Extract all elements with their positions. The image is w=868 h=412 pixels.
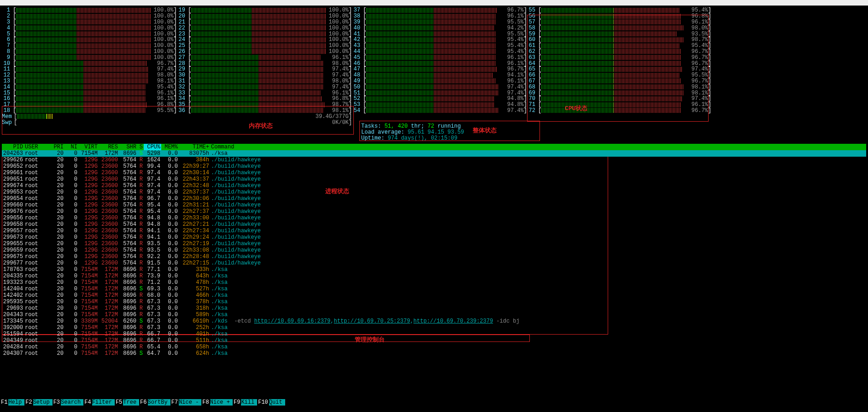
table-row[interactable]: 299654root200129G236005764R96.70.022h30:…	[2, 195, 866, 202]
cpu-meter-45: 45[96.1%]	[352, 54, 527, 60]
table-row[interactable]: 299626root200129G236005764R16240.0384h./…	[2, 157, 866, 163]
table-row[interactable]: 299677root200129G236005764R91.50.022h27:…	[2, 260, 866, 266]
table-row[interactable]: 204263root2007154M172M8696S52980.083075h…	[2, 150, 866, 157]
flabel-setup[interactable]: Setup	[33, 399, 53, 406]
cpu-meter-27: 27[96.1%]	[177, 54, 352, 60]
cpu-meter-30: 30[97.4%]	[177, 72, 352, 78]
cpu-meter-2: 2[100.0%]	[2, 13, 177, 19]
table-row[interactable]: 295935root2007154M172M8696R67.30.0378h./…	[2, 299, 866, 305]
cpu-meter-51: 51[97.4%]	[352, 90, 527, 96]
swap-meter: Swp [ 0K/0K ]	[2, 119, 352, 125]
cpu-meter-66: 66[95.5%]	[527, 72, 711, 78]
table-row[interactable]: 193323root2007154M172M8696R71.20.0478h./…	[2, 279, 866, 286]
table-row[interactable]: 299655root200129G236005764R93.50.022h27:…	[2, 241, 866, 247]
cpu-meter-38: 38[96.1%]	[352, 13, 527, 19]
flabel-nice -[interactable]: Nice -	[179, 399, 201, 406]
cpu-meter-56: 56[96.8%]	[527, 13, 711, 19]
flabel-quit[interactable]: Quit	[269, 399, 285, 406]
terminal[interactable]: 1[100.0%]2[100.0%]3[100.0%]4[100.0%]5[10…	[0, 6, 868, 412]
table-row[interactable]: 299651root200129G236005764R97.40.022h43:…	[2, 176, 866, 182]
cpu-meter-9: 9[100.0%]	[2, 54, 177, 60]
cpu-meter-48: 48[94.1%]	[352, 72, 527, 78]
cpu-meter-14: 14[95.4%]	[2, 84, 177, 90]
cpu-meter-5: 5[100.0%]	[2, 31, 177, 37]
fkey-F10: F10	[257, 399, 269, 406]
table-row[interactable]: 204349root2007154M172M8696R66.70.0511h./…	[2, 337, 866, 344]
flabel-help[interactable]: Help	[8, 399, 24, 406]
flabel-kill[interactable]: Kill	[241, 399, 257, 406]
cpu-meter-17: 17[96.8%]	[2, 102, 177, 108]
cpu-meter-63: 63[96.7%]	[527, 54, 711, 60]
cpu-meter-23: 23[100.0%]	[177, 31, 352, 37]
fkey-F8: F8	[201, 399, 210, 406]
swp-label: Swp	[2, 119, 14, 126]
flabel-filter[interactable]: Filter	[92, 399, 115, 406]
table-row[interactable]: 299673root200129G236005764R94.10.022h29:…	[2, 234, 866, 241]
cpu-meter-46: 46[96.1%]	[352, 60, 527, 66]
table-row[interactable]: 251594root2007154M172M8696R66.70.0401h./…	[2, 331, 866, 337]
flabel-search[interactable]: Search	[61, 399, 83, 406]
table-row[interactable]: 299656root200129G236005764R94.80.022h33:…	[2, 215, 866, 221]
cpu-meter-11: 11[97.4%]	[2, 66, 177, 72]
table-row[interactable]: 299658root200129G236005764R94.80.022h27:…	[2, 221, 866, 228]
table-row[interactable]: 142402root2007154M172M8696R68.00.0466h./…	[2, 292, 866, 299]
table-row[interactable]: 299661root200129G236005764R97.40.022h30:…	[2, 170, 866, 176]
flabel-nice +[interactable]: Nice +	[210, 399, 233, 406]
table-row[interactable]: 392000root2007154M172M8696R67.30.0252h./…	[2, 324, 866, 331]
table-row[interactable]: 204343root2007154M172M8696R67.30.0589h./…	[2, 312, 866, 318]
cpu-meter-44: 44[95.4%]	[352, 49, 527, 55]
cpu-meter-65: 65[97.4%]	[527, 66, 711, 72]
fkey-F3: F3	[53, 399, 61, 406]
table-row[interactable]: 204284root2007154M172M8696R65.40.0658h./…	[2, 344, 866, 350]
cpu-meter-16: 16[96.1%]	[2, 96, 177, 102]
table-row[interactable]: 299676root200129G236005764R95.40.022h27:…	[2, 208, 866, 215]
table-row[interactable]: 299657root200129G236005764R94.10.022h27:…	[2, 228, 866, 234]
cpu-meter-72: 72[96.7%]	[527, 108, 711, 114]
cpu-meter-61: 61[95.4%]	[527, 43, 711, 49]
cpu-meter-47: 47[96.7%]	[352, 66, 527, 72]
cpu-meter-58: 58[98.0%]	[527, 25, 711, 31]
cpu-meter-50: 50[97.4%]	[352, 84, 527, 90]
cpu-meter-1: 1[100.0%]	[2, 7, 177, 13]
cpu-meter-40: 40[94.2%]	[352, 25, 527, 31]
cpu-meter-7: 7[100.0%]	[2, 43, 177, 49]
table-row[interactable]: 178763root2007154M172M8696R77.10.0333h./…	[2, 266, 866, 273]
table-row[interactable]: 173345root2003389M520046260S67.30.06610h…	[2, 318, 866, 324]
table-row[interactable]: 29693root2007154M172M8696R67.30.0318h./k…	[2, 305, 866, 312]
cpu-meter-29: 29[97.4%]	[177, 66, 352, 72]
cpu-meter-42: 42[95.4%]	[352, 37, 527, 43]
cpu-meter-49: 49[96.1%]	[352, 78, 527, 84]
table-row[interactable]: 299660root200129G236005764R95.40.022h31:…	[2, 202, 866, 208]
table-row[interactable]: 299653root200129G236005764R97.40.022h37:…	[2, 189, 866, 195]
cpu-meter-4: 4[100.0%]	[2, 25, 177, 31]
table-row[interactable]: 204335root2007154M172M8696R73.90.0643h./…	[2, 273, 866, 279]
cpu-meter-41: 41[95.5%]	[352, 31, 527, 37]
cpu-meter-31: 31[98.0%]	[177, 78, 352, 84]
swp-value: 0K/0K	[312, 119, 349, 126]
table-row[interactable]: 299659root200129G236005764R93.50.022h33:…	[2, 247, 866, 253]
cpu-meter-52: 52[94.8%]	[352, 96, 527, 102]
cpu-meter-69: 69[98.1%]	[527, 90, 711, 96]
fkey-F6: F6	[139, 399, 147, 406]
cpu-meter-57: 57[96.1%]	[527, 19, 711, 25]
table-header[interactable]: PIDUSER PRINI VIRTRES SHRS CPU% MEM%TIME…	[2, 144, 866, 150]
process-table[interactable]: PIDUSER PRINI VIRTRES SHRS CPU% MEM%TIME…	[2, 144, 866, 357]
cpu-meter-25: 25[100.0%]	[177, 43, 352, 49]
table-row[interactable]: 299652root200129G236005764R99.40.022h39:…	[2, 163, 866, 170]
table-row[interactable]: 142404root2007154M172M8696S69.30.0527h./…	[2, 286, 866, 292]
memory-meter: Mem [ 39.4G/377G ]	[2, 113, 352, 119]
footer-bar[interactable]: F1HelpF2SetupF3SearchF4FilterF5TreeF6Sor…	[0, 399, 868, 406]
fkey-F7: F7	[170, 399, 179, 406]
cpu-meter-67: 67[96.7%]	[527, 78, 711, 84]
flabel-tree[interactable]: Tree	[123, 399, 139, 406]
table-row[interactable]: 299675root200129G236005764R92.20.022h28:…	[2, 253, 866, 260]
cpu-meter-36: 36[98.1%]	[177, 108, 352, 114]
annot-overall: 整体状态	[473, 126, 497, 135]
table-row[interactable]: 204307root2007154M172M8696S64.70.0624h./…	[2, 350, 866, 357]
flabel-sortby[interactable]: SortBy	[148, 399, 170, 406]
cpu-meter-37: 37[96.7%]	[352, 7, 527, 13]
cpu-meter-10: 10[96.7%]	[2, 60, 177, 66]
table-row[interactable]: 299674root200129G236005764R97.40.022h32:…	[2, 182, 866, 189]
sort-column[interactable]: CPU%	[144, 144, 161, 150]
cpu-meter-22: 22[100.0%]	[177, 25, 352, 31]
